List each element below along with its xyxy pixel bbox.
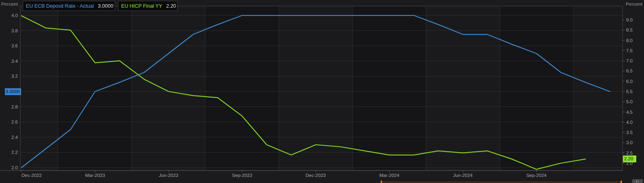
x-tick-label: Sep-2023 — [232, 173, 252, 178]
left-axis-tick-label: 2.4 — [1, 135, 18, 140]
x-tick-label: Jun-2023 — [159, 173, 178, 178]
right-axis-tick-label: 5.5 — [626, 89, 633, 94]
x-tick-label: Mar-2024 — [379, 173, 399, 178]
left-axis-tick-label: 3.2 — [1, 74, 18, 79]
range-scrollbar-handle[interactable] — [632, 179, 643, 183]
left-axis-tick-label: 3.6 — [1, 43, 18, 48]
chart-canvas[interactable] — [0, 0, 644, 183]
legend-label-hicp: EU HICP Final YY — [121, 3, 162, 9]
left-axis-tick-label: 3.4 — [1, 59, 18, 64]
right-axis-tick-label: 4.5 — [626, 110, 633, 115]
legend-item-hicp[interactable]: EU HICP Final YY 2.20 — [118, 1, 178, 11]
x-tick-label: Dec-2023 — [306, 173, 326, 178]
left-axis-unit-label: Percent — [1, 2, 18, 6]
right-axis-tick-label: 6.5 — [626, 68, 633, 73]
x-tick-label: Sep-2024 — [526, 173, 547, 178]
right-axis-current-value-badge: 2.20 — [623, 155, 636, 162]
left-axis-tick-label: 2.0 — [1, 165, 18, 170]
right-axis-tick-label: 7.0 — [626, 58, 633, 63]
x-tick-label: Dec-2022 — [21, 173, 42, 178]
left-axis-tick-label: 4.0 — [1, 13, 18, 18]
right-axis-tick-label: 6.0 — [626, 79, 633, 84]
left-axis-tick-label: 2.8 — [1, 104, 18, 109]
legend-label-ecb: EU ECB Deposit Rate - Actual — [26, 3, 94, 9]
left-axis-tick-label: 2.6 — [1, 119, 18, 124]
right-axis-tick-label: 8.0 — [626, 38, 633, 43]
right-axis-unit-label: Percent — [626, 2, 642, 6]
right-axis-tick-label: 2.5 — [626, 151, 633, 155]
left-axis-tick-label: 2.2 — [1, 150, 18, 155]
right-axis-tick-label: 8.5 — [626, 28, 633, 32]
right-axis-tick-label: 7.5 — [626, 48, 633, 53]
x-tick-label: Jun-2024 — [453, 173, 473, 178]
range-bar-end-tick — [621, 181, 622, 183]
legend-value-hicp: 2.20 — [166, 3, 176, 9]
range-bar-start-tick — [381, 181, 382, 183]
legend-item-ecb-deposit-rate[interactable]: EU ECB Deposit Rate - Actual 3.0000 — [23, 1, 115, 11]
left-axis-tick-label: 3.8 — [1, 28, 18, 33]
left-axis-current-value-badge: 3.0000 — [5, 88, 21, 95]
x-tick-label: Mar-2023 — [85, 173, 105, 178]
right-axis-tick-label: 5.0 — [626, 99, 633, 104]
right-axis-tick-label: 3.5 — [626, 130, 633, 135]
chart-window: Percent Percent EU ECB Deposit Rate - Ac… — [0, 0, 644, 183]
right-axis-tick-label: 4.0 — [626, 120, 633, 125]
right-axis-tick-label: 3.0 — [626, 140, 633, 145]
right-axis-tick-label: 9.0 — [626, 17, 633, 22]
legend-value-ecb: 3.0000 — [98, 3, 113, 9]
